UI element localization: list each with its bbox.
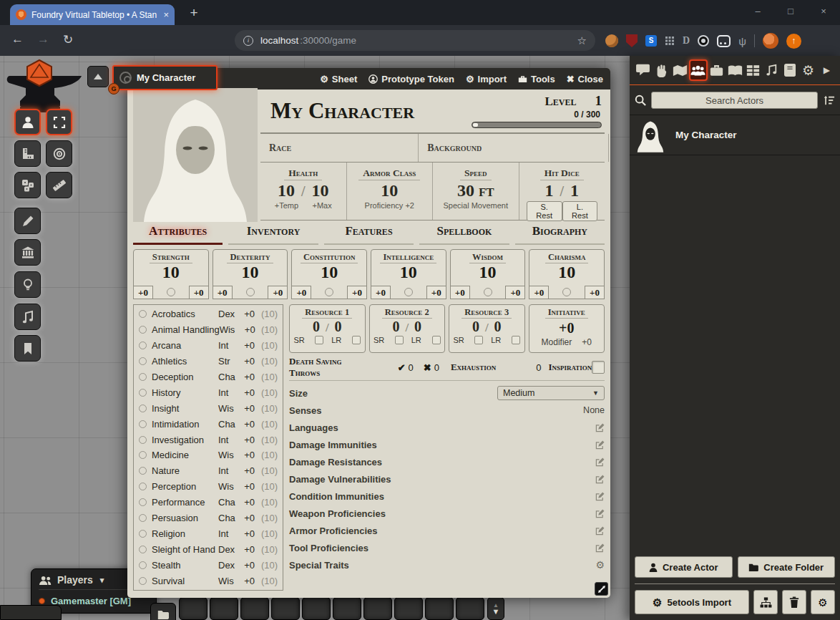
grid-extension-icon[interactable] [665,36,675,46]
ability-label[interactable]: Constitution [301,251,358,263]
skill-proficiency-toggle[interactable] [139,514,147,522]
new-tab-button[interactable]: + [185,4,203,22]
tab-close-icon[interactable]: × [163,9,169,20]
skill-row[interactable]: History Int +0 (10) [134,384,283,400]
skill-name[interactable]: Nature [152,465,218,476]
edit-icon[interactable] [595,475,605,484]
5etools-import-button[interactable]: ⚙ 5etools Import [635,590,749,614]
sidebar-collapse-button[interactable]: ▶ [817,59,836,81]
initiative-modifier-value[interactable]: +0 [582,337,592,347]
sheet-tab[interactable]: Biography [515,224,605,245]
tab-actors[interactable] [689,59,708,81]
hp-temp-label[interactable]: +Temp [275,201,298,210]
sheet-tab[interactable]: Attributes [133,224,223,245]
skill-name[interactable]: Athletics [152,356,218,367]
d-extension-icon[interactable]: D [683,35,690,47]
skill-row[interactable]: Nature Int +0 (10) [134,463,283,479]
skill-proficiency-toggle[interactable] [139,467,147,475]
skill-proficiency-toggle[interactable] [139,342,147,349]
skill-proficiency-toggle[interactable] [139,405,147,412]
hd-value[interactable]: 1 [544,181,553,200]
measure-controls-button[interactable] [14,140,41,167]
resource-value-input[interactable]: 0 [472,319,479,335]
skill-name[interactable]: Perception [152,481,218,492]
resource-max-input[interactable]: 0 [335,319,342,335]
background-input[interactable] [482,141,608,155]
skill-row[interactable]: Stealth Dex +0 (10) [134,557,283,573]
save-proficiency-toggle[interactable] [484,288,492,296]
ability-score-input[interactable]: 10 [213,263,288,281]
skill-proficiency-toggle[interactable] [139,389,147,397]
skill-proficiency-toggle[interactable] [139,451,147,459]
ability-label[interactable]: Intelligence [380,251,436,263]
skill-name[interactable]: Sleight of Hand [152,544,218,555]
initiative-label[interactable]: Initiative [545,306,588,319]
macro-slot[interactable] [333,597,361,620]
skill-row[interactable]: Sleight of Hand Dex +0 (10) [134,541,283,557]
hotbar-page-button[interactable]: ▲ ▼ [487,597,504,620]
ability-score-input[interactable]: 10 [292,263,366,281]
skill-name[interactable]: Medicine [152,450,218,460]
inspiration-checkbox[interactable] [592,361,605,374]
race-input[interactable] [291,141,418,155]
ability-label[interactable]: Dexterity [227,251,273,263]
skill-row[interactable]: Investigation Int +0 (10) [134,432,283,447]
ublock-extension-icon[interactable] [626,34,638,47]
actor-name[interactable]: My Character [675,130,737,140]
tools-button[interactable]: Tools [518,74,555,84]
skill-row[interactable]: Survival Wis +0 (10) [134,573,283,588]
page-down-icon[interactable]: ▼ [492,609,500,615]
macro-slot[interactable] [240,597,269,620]
cookie-extension-icon[interactable] [605,34,618,47]
search-actors-input[interactable] [651,92,818,109]
ability-score-input[interactable]: 10 [371,263,446,281]
sort-icon[interactable] [823,95,835,106]
container-extension-icon[interactable] [717,35,731,47]
skill-name[interactable]: Deception [152,372,218,382]
actor-list-item[interactable]: My Character [630,115,840,155]
skill-name[interactable]: Intimidation [152,419,218,430]
skill-row[interactable]: Insight Wis +0 (10) [134,400,283,416]
ability-save[interactable]: +0 [505,286,525,299]
prototype-token-button[interactable]: Prototype Token [368,74,454,84]
tile-controls-button[interactable] [14,239,41,266]
skill-name[interactable]: Acrobatics [152,309,218,319]
skill-row[interactable]: Animal Handling Wis +0 (10) [134,322,283,338]
macro-slot[interactable] [179,597,207,620]
drawing-controls-button[interactable] [14,208,41,234]
skill-row[interactable]: Religion Int +0 (10) [134,525,283,541]
skill-proficiency-toggle[interactable] [139,561,147,569]
skill-name[interactable]: Religion [152,528,218,539]
short-rest-button[interactable]: S. Rest [527,201,562,221]
browser-tab[interactable]: Foundry Virtual Tabletop • A Stan × [10,4,175,25]
edit-icon[interactable] [595,457,605,467]
skill-name[interactable]: Arcana [152,340,218,351]
save-proficiency-toggle[interactable] [167,288,175,296]
select-tool-button[interactable] [46,109,72,135]
skill-name[interactable]: Investigation [152,435,218,445]
hp-value-input[interactable]: 10 [278,181,295,200]
sr-checkbox[interactable] [315,336,323,344]
edit-icon[interactable] [595,543,605,553]
browser-update-button[interactable]: ↑ [786,34,801,49]
site-info-icon[interactable]: i [243,36,253,46]
delete-button[interactable] [782,590,806,614]
macro-slot[interactable] [302,597,331,620]
tab-items[interactable] [708,59,726,81]
nav-item-my-character[interactable]: My Character G [112,65,218,90]
ac-value-input[interactable]: 10 [381,181,398,200]
reload-button[interactable]: ↻ [63,32,73,47]
senses-value[interactable]: None [583,405,605,415]
xp-value[interactable]: 0 / 300 [472,110,600,120]
skill-proficiency-toggle[interactable] [139,546,147,553]
level-value[interactable]: 1 [595,93,602,109]
tab-tables[interactable] [744,59,763,81]
macro-slot[interactable] [456,597,484,620]
skill-row[interactable]: Acrobatics Dex +0 (10) [134,306,283,322]
death-fail-count[interactable]: 0 [434,362,439,373]
ability-score-input[interactable]: 10 [134,263,208,281]
ability-save[interactable]: +0 [426,286,446,299]
lr-checkbox[interactable] [352,336,361,344]
skill-proficiency-toggle[interactable] [139,483,147,490]
ability-save[interactable]: +0 [189,286,209,299]
